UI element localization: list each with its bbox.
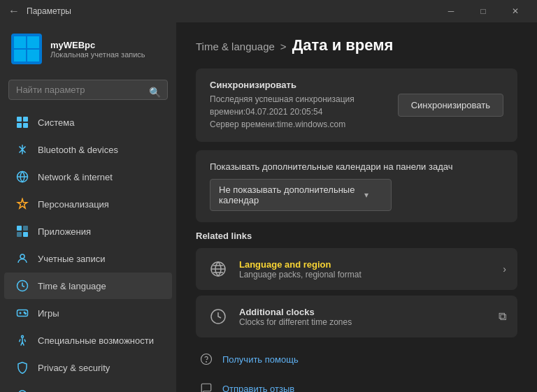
svg-point-18: [22, 335, 24, 337]
link-info: Additional clocks Clocks for different t…: [239, 307, 352, 327]
games-icon: [15, 306, 29, 320]
calendar-card: Показывать дополнительные календари на п…: [196, 150, 517, 222]
svg-rect-6: [17, 123, 22, 128]
search-input[interactable]: [8, 80, 168, 100]
calendar-dropdown-value: Не показывать дополнительные календар: [219, 184, 359, 205]
breadcrumb-parent: Time & language: [196, 41, 275, 52]
sidebar-item-games[interactable]: Игры: [4, 300, 172, 326]
profile-section[interactable]: myWEBpc Локальная учетная запись: [0, 22, 176, 75]
sidebar-item-label: Privacy & security: [38, 363, 110, 373]
help-icon: [199, 351, 214, 367]
svg-rect-11: [17, 232, 22, 237]
profile-info: myWEBpc Локальная учетная запись: [50, 40, 145, 59]
sync-card: Синхронизировать Последняя успешная синх…: [196, 68, 517, 142]
feedback-text: Отправить отзыв: [222, 384, 294, 393]
sidebar-item-accessibility[interactable]: Специальные возможности: [4, 327, 172, 354]
main-container: myWEBpc Локальная учетная запись 🔍 Систе…: [0, 22, 537, 392]
sidebar-item-personalization[interactable]: Персонализация: [4, 191, 172, 217]
sidebar-item-accounts[interactable]: Учетные записи: [4, 245, 172, 272]
accessibility-icon: [15, 333, 29, 347]
sidebar-item-update[interactable]: Windows Update: [4, 382, 172, 392]
page-header: Time & language > Дата и время: [196, 36, 517, 55]
sidebar-item-label: Персонализация: [38, 199, 109, 210]
titlebar: ← Параметры ─ □ ✕: [0, 0, 537, 22]
sync-sub-line2: времени:04.07.2021 20:05:54: [210, 107, 322, 117]
sidebar-item-network[interactable]: Network & internet: [4, 164, 172, 190]
profile-name: myWEBpc: [50, 40, 145, 50]
link-info: Language and region Language packs, regi…: [239, 259, 361, 280]
search-container: 🔍: [0, 75, 176, 108]
language-icon: [207, 258, 229, 280]
sidebar-nav: Система Bluetooth & devices Network & in…: [0, 108, 176, 392]
svg-rect-12: [23, 232, 28, 237]
svg-point-21: [201, 354, 212, 365]
content-area: Time & language > Дата и время Синхрониз…: [176, 22, 537, 392]
sidebar-item-time[interactable]: Time & language: [4, 273, 172, 299]
maximize-button[interactable]: □: [467, 0, 499, 22]
window-controls: ─ □ ✕: [435, 0, 531, 22]
apps-icon: [15, 224, 29, 238]
sistema-icon: [15, 115, 29, 129]
link-left: Language and region Language packs, regi…: [207, 258, 361, 280]
sidebar-item-label: Система: [38, 117, 74, 128]
sidebar-item-sistema[interactable]: Система: [4, 109, 172, 136]
clocks-link-title: Additional clocks: [239, 307, 352, 317]
svg-rect-0: [14, 36, 26, 48]
minimize-button[interactable]: ─: [435, 0, 467, 22]
close-button[interactable]: ✕: [499, 0, 531, 22]
calendar-title: Показывать дополнительные календари на п…: [210, 161, 503, 172]
page-title: Дата и время: [292, 36, 394, 55]
update-icon: [15, 388, 29, 392]
privacy-icon: [15, 361, 29, 375]
svg-rect-5: [23, 117, 28, 122]
language-region-link[interactable]: Language and region Language packs, regi…: [196, 248, 517, 290]
network-icon: [15, 170, 29, 184]
svg-point-17: [25, 313, 27, 314]
related-links-title: Related links: [196, 231, 517, 241]
personalization-icon: [15, 197, 29, 211]
related-links-section: Related links Language and region Langua…: [196, 231, 517, 337]
svg-rect-1: [27, 36, 39, 48]
get-help-link[interactable]: Получить помощь: [196, 346, 517, 372]
sidebar-item-label: Приложения: [38, 226, 91, 237]
accounts-icon: [15, 252, 29, 266]
sidebar-item-privacy[interactable]: Privacy & security: [4, 354, 172, 381]
back-button[interactable]: ←: [8, 5, 20, 17]
sidebar-item-label: Игры: [38, 308, 59, 319]
svg-point-22: [206, 361, 207, 362]
feedback-link[interactable]: Отправить отзыв: [196, 375, 517, 392]
time-icon: [15, 279, 29, 293]
chevron-down-icon: ▾: [364, 190, 368, 200]
sync-sub-line1: Последняя успешная синхронизация: [210, 94, 355, 104]
svg-rect-9: [17, 226, 22, 231]
bluetooth-icon: [15, 143, 29, 157]
sync-subtitle: Последняя успешная синхронизация времени…: [210, 93, 355, 131]
external-link-icon: ⧉: [499, 310, 506, 323]
svg-rect-3: [27, 50, 39, 61]
chevron-right-icon: ›: [503, 263, 506, 275]
sync-button[interactable]: Синхронизировать: [398, 94, 503, 117]
feedback-icon: [199, 381, 214, 392]
help-links: Получить помощь Отправить отзыв: [196, 346, 517, 392]
sidebar-item-label: Time & language: [38, 281, 106, 291]
calendar-dropdown[interactable]: Не показывать дополнительные календар ▾: [210, 179, 392, 211]
clocks-icon: [207, 305, 229, 328]
sidebar: myWEBpc Локальная учетная запись 🔍 Систе…: [0, 22, 176, 392]
sidebar-item-label: Windows Update: [38, 390, 106, 393]
sidebar-item-label: Специальные возможности: [38, 335, 154, 346]
sync-title: Синхронизировать: [210, 80, 355, 90]
clocks-link-sub: Clocks for different time zones: [239, 317, 352, 327]
breadcrumb-sep: >: [280, 41, 287, 52]
sidebar-item-apps[interactable]: Приложения: [4, 218, 172, 245]
svg-rect-4: [17, 117, 22, 122]
svg-point-13: [20, 254, 24, 259]
titlebar-left: ← Параметры: [8, 5, 71, 17]
svg-rect-2: [14, 50, 26, 61]
additional-clocks-link[interactable]: Additional clocks Clocks for different t…: [196, 296, 517, 337]
sidebar-item-label: Учетные записи: [38, 254, 105, 264]
avatar: [11, 34, 42, 64]
sidebar-item-label: Bluetooth & devices: [38, 145, 118, 155]
sidebar-item-bluetooth[interactable]: Bluetooth & devices: [4, 136, 172, 163]
get-help-text: Получить помощь: [222, 354, 299, 365]
profile-subtitle: Локальная учетная запись: [50, 50, 145, 59]
